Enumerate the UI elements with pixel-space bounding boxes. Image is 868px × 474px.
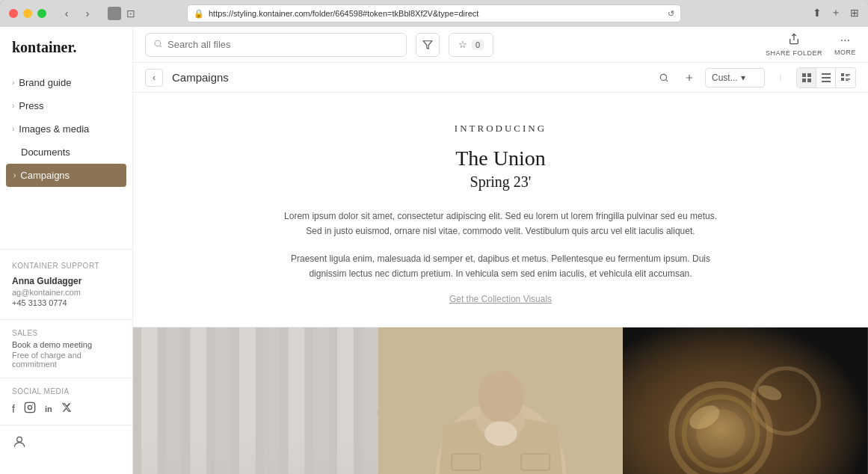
svg-rect-16	[846, 76, 849, 76]
more-icon: ···	[840, 34, 850, 47]
custom-dropdown[interactable]: Cust... ▾	[705, 68, 765, 87]
list-view-button[interactable]	[816, 68, 836, 87]
support-section-label: KONTAINER SUPPORT	[12, 262, 120, 270]
logo: kontainer.	[0, 39, 132, 71]
maximize-button[interactable]	[37, 9, 46, 18]
share-page-button[interactable]: ⬆	[813, 7, 822, 19]
browser-toolbar-right: ⬆ ＋ ⊞	[813, 6, 859, 19]
browser-back-button[interactable]: ‹	[58, 5, 75, 22]
reload-icon[interactable]: ↺	[668, 9, 674, 19]
svg-point-1	[28, 405, 31, 409]
svg-rect-17	[841, 78, 844, 81]
filter-button[interactable]	[416, 33, 440, 57]
close-button[interactable]	[9, 9, 18, 18]
sidebar-item-press[interactable]: › Press	[0, 94, 132, 117]
svg-point-2	[32, 404, 33, 405]
sidebar-nav: › Brand guide › Press › Images & media D…	[0, 71, 132, 187]
collection-visuals-link[interactable]: Get the Collection Visuals	[148, 294, 853, 304]
svg-rect-29	[337, 327, 354, 474]
instagram-icon[interactable]	[24, 401, 36, 416]
sidebar-item-images-media[interactable]: › Images & media	[0, 117, 132, 141]
sales-demo-link[interactable]: Book a demo meeting	[12, 340, 120, 349]
svg-rect-19	[846, 80, 849, 81]
sidebar-bottom	[0, 425, 132, 462]
user-account-button[interactable]	[12, 434, 27, 453]
campaign-intro-text: INTRODUCING	[148, 123, 853, 135]
support-phone: +45 3133 0774	[12, 298, 120, 307]
favorites-count: 0	[472, 40, 484, 50]
view-toggle	[796, 67, 856, 88]
svg-rect-23	[190, 327, 206, 474]
campaign-description-2: Praesent ligula enim, malesuada id sempe…	[284, 251, 718, 282]
grid-view-button[interactable]	[797, 68, 816, 87]
minimize-button[interactable]	[23, 9, 32, 18]
sidebar-item-brand-guide[interactable]: › Brand guide	[0, 71, 132, 94]
svg-rect-30	[362, 327, 378, 474]
svg-rect-24	[215, 327, 231, 474]
new-tab-button[interactable]: ＋	[831, 6, 841, 19]
svg-rect-10	[807, 79, 811, 82]
svg-rect-27	[289, 327, 305, 474]
favorites-button[interactable]: ☆ 0	[449, 33, 493, 57]
search-icon	[153, 39, 163, 51]
svg-rect-21	[141, 327, 158, 474]
app-container: kontainer. › Brand guide › Press › Image…	[0, 27, 868, 474]
sidebar: kontainer. › Brand guide › Press › Image…	[0, 27, 133, 474]
svg-rect-15	[846, 74, 850, 76]
star-icon: ☆	[458, 39, 467, 50]
svg-rect-7	[802, 73, 806, 77]
gallery-item-jacket[interactable]	[378, 327, 624, 474]
browser-window: ‹ › ⊡ 🔒 https://styling.kontainer.com/fo…	[0, 0, 868, 474]
browser-forward-button[interactable]: ›	[79, 5, 96, 22]
svg-rect-26	[264, 327, 280, 474]
facebook-icon[interactable]: f	[12, 403, 15, 415]
svg-rect-9	[802, 79, 806, 82]
svg-point-6	[660, 74, 666, 80]
sidebar-toggle[interactable]: ⊡	[124, 7, 138, 20]
header-controls: Cust... ▾ |	[654, 67, 856, 88]
sidebar-social-section: SOCIAL MEDIA f in	[0, 378, 132, 425]
sidebar-item-campaigns[interactable]: › Campaigns	[6, 164, 126, 187]
chevron-icon: ›	[12, 79, 14, 87]
app-toolbar: ☆ 0 SHARE FOLDER ··· MORE	[133, 27, 868, 63]
main-content: ☆ 0 SHARE FOLDER ··· MORE	[133, 27, 868, 474]
social-icons-row: f in	[12, 401, 120, 416]
campaign-title: The Union	[148, 147, 853, 170]
twitter-icon[interactable]	[61, 402, 72, 415]
more-label: MORE	[834, 49, 856, 56]
search-input[interactable]	[167, 39, 398, 50]
address-bar[interactable]: 🔒 https://styling.kontainer.com/folder/6…	[187, 4, 681, 22]
detail-view-button[interactable]	[836, 68, 855, 87]
gallery-item-metal[interactable]	[623, 327, 868, 474]
search-header-button[interactable]	[654, 68, 674, 87]
sales-free-text: Free of charge and commitment	[12, 351, 120, 369]
campaign-description-1: Lorem ipsum dolor sit amet, consectetur …	[284, 209, 718, 239]
sidebar-support-section: KONTAINER SUPPORT Anna Guldagger ag@kont…	[0, 249, 132, 319]
back-button[interactable]: ‹	[145, 69, 163, 87]
adjust-icon-button[interactable]	[680, 68, 699, 87]
gallery-item-columns[interactable]	[133, 327, 378, 474]
svg-rect-41	[623, 327, 868, 474]
sidebar-item-documents[interactable]: Documents	[0, 141, 132, 164]
tab-icon	[108, 7, 121, 20]
separator-button[interactable]: |	[771, 68, 790, 87]
browser-titlebar: ‹ › ⊡ 🔒 https://styling.kontainer.com/fo…	[0, 0, 868, 27]
svg-rect-28	[313, 327, 329, 474]
campaign-subtitle: Spring 23'	[148, 173, 853, 191]
share-folder-button[interactable]: SHARE FOLDER	[766, 33, 822, 57]
svg-rect-13	[822, 81, 831, 82]
columns-image	[133, 327, 378, 474]
content-scroll-area[interactable]: INTRODUCING The Union Spring 23' Lorem i…	[133, 93, 868, 474]
svg-point-39	[484, 421, 517, 446]
linkedin-icon[interactable]: in	[45, 404, 52, 413]
security-icon: 🔒	[194, 9, 204, 19]
toolbar-right: SHARE FOLDER ··· MORE	[766, 33, 856, 57]
traffic-lights	[9, 9, 46, 18]
chevron-icon: ›	[12, 102, 14, 110]
dropdown-chevron-icon: ▾	[741, 73, 745, 83]
more-options-button[interactable]: ··· MORE	[834, 34, 856, 56]
share-icon	[788, 33, 800, 48]
support-name: Anna Guldagger	[12, 276, 120, 286]
chevron-right-icon: ›	[13, 171, 16, 179]
extensions-button[interactable]: ⊞	[850, 7, 859, 19]
